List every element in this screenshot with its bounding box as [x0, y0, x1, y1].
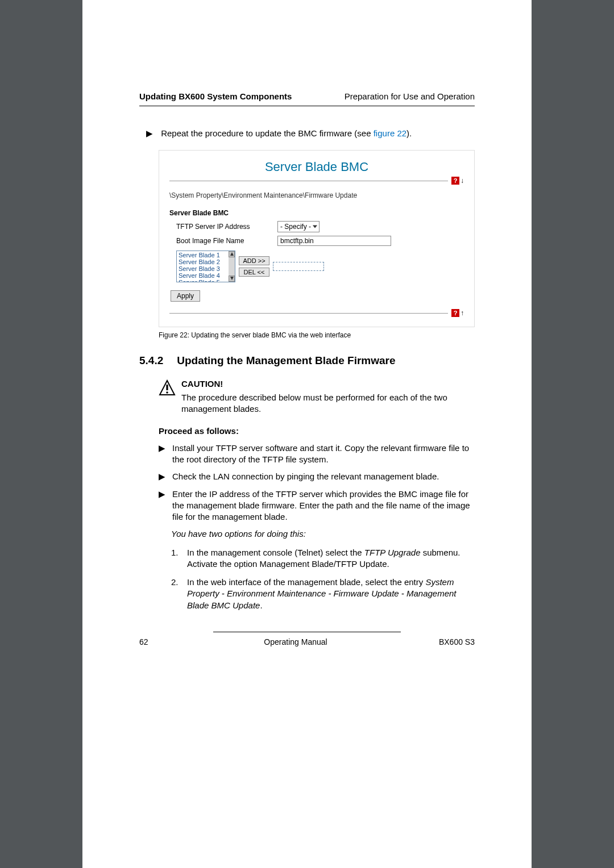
figure-caption: Figure 22: Updating the server blade BMC…	[159, 331, 475, 340]
list-item[interactable]: Server Blade 3	[177, 265, 234, 272]
scroll-up-icon[interactable]	[229, 251, 235, 257]
section-heading: 5.4.2 Updating the Management Blade Firm…	[139, 353, 475, 368]
caution-body: The procedure described below must be pe…	[181, 392, 475, 415]
available-blades-listbox[interactable]: Server Blade 1 Server Blade 2 Server Bla…	[176, 251, 235, 282]
list-item: ▶ Install your TFTP server software and …	[159, 443, 475, 466]
intro-text-b: ).	[406, 128, 412, 138]
listbox-scrollbar[interactable]	[229, 251, 235, 282]
options-list: 1. In the management console (Telnet) se…	[171, 547, 475, 611]
footer-right: BX600 S3	[418, 637, 475, 648]
file-name-input[interactable]	[277, 236, 391, 246]
intro-text-a: Repeat the procedure to update the BMC f…	[161, 128, 374, 138]
ip-label: TFTP Server IP Address	[169, 222, 277, 231]
list-item[interactable]: Server Blade 5	[177, 279, 234, 282]
selected-blades-listbox[interactable]	[273, 262, 324, 271]
options-lead: You have two options for doing this:	[171, 528, 475, 540]
arrow-down-icon: ↓	[460, 176, 464, 185]
figure-bottom-rule: ? ↑	[169, 308, 464, 318]
header-right: Preparation for Use and Operation	[345, 91, 475, 102]
footer-rule	[213, 632, 401, 632]
add-button[interactable]: ADD >>	[239, 256, 269, 265]
list-item: 2. In the web interface of the managemen…	[171, 577, 475, 611]
document-page: Updating BX600 System Components Prepara…	[82, 0, 532, 868]
list-item: ▶ Enter the IP address of the TFTP serve…	[159, 489, 475, 523]
ip-select[interactable]: - Specify -	[277, 221, 320, 232]
breadcrumb: \System Property\Environment Maintenance…	[169, 191, 464, 200]
step-text: Install your TFTP server software and st…	[172, 443, 475, 466]
proceed-heading: Proceed as follows:	[159, 425, 475, 437]
caution-icon	[159, 379, 176, 415]
section-title: Updating the Management Blade Firmware	[177, 353, 395, 368]
step-text: Enter the IP address of the TFTP server …	[172, 489, 475, 523]
svg-marker-1	[230, 277, 234, 280]
figure-top-rule: ? ↓	[169, 176, 464, 185]
caution-label: CAUTION!	[181, 378, 475, 390]
apply-button[interactable]: Apply	[171, 290, 200, 302]
figure-title: Server Blade BMC	[169, 158, 464, 176]
bullet-triangle-icon: ▶	[146, 128, 159, 139]
help-icon: ?	[451, 309, 459, 317]
arrow-up-icon: ↑	[460, 308, 464, 318]
list-item[interactable]: Server Blade 4	[177, 272, 234, 279]
running-header: Updating BX600 System Components Prepara…	[139, 91, 475, 106]
figure-frame: Server Blade BMC ? ↓ \System Property\En…	[159, 150, 475, 328]
scroll-down-icon[interactable]	[229, 276, 235, 282]
help-badge-top[interactable]: ? ↓	[451, 176, 464, 185]
list-item: ▶ Check the LAN connection by pinging th…	[159, 471, 475, 482]
svg-marker-0	[230, 252, 234, 256]
picker-button-column: ADD >> DEL <<	[239, 256, 269, 277]
list-number: 1.	[171, 547, 181, 570]
bullet-triangle-icon: ▶	[159, 471, 165, 482]
help-icon: ?	[451, 177, 459, 185]
page-footer: 62 Operating Manual BX600 S3	[139, 632, 475, 648]
bullet-triangle-icon: ▶	[159, 489, 165, 523]
option-1-text: In the management console (Telnet) selec…	[187, 547, 475, 570]
procedure-list: ▶ Install your TFTP server software and …	[159, 443, 475, 523]
file-row: Boot Image File Name	[169, 236, 464, 246]
del-button[interactable]: DEL <<	[239, 268, 269, 277]
bullet-triangle-icon: ▶	[159, 443, 165, 466]
header-left: Updating BX600 System Components	[139, 91, 292, 102]
dual-list-picker: Server Blade 1 Server Blade 2 Server Bla…	[176, 251, 464, 282]
section-number: 5.4.2	[139, 353, 163, 368]
step-text: Check the LAN connection by pinging the …	[172, 471, 439, 482]
figure-crossref-link[interactable]: figure 22	[374, 128, 406, 138]
help-badge-bottom[interactable]: ? ↑	[451, 308, 464, 318]
caution-block: CAUTION! The procedure described below m…	[159, 378, 475, 415]
option-2-text: In the web interface of the management b…	[187, 577, 475, 611]
figure-section-label: Server Blade BMC	[169, 208, 464, 218]
svg-point-4	[166, 391, 168, 394]
caution-text: CAUTION! The procedure described below m…	[181, 378, 475, 415]
tftp-upgrade-menu-name: TFTP Upgrade	[364, 548, 421, 557]
page-number: 62	[139, 637, 173, 648]
list-number: 2.	[171, 577, 181, 611]
svg-rect-3	[166, 385, 168, 390]
ip-row: TFTP Server IP Address - Specify -	[169, 221, 464, 232]
footer-center: Operating Manual	[173, 637, 418, 648]
file-label: Boot Image File Name	[169, 236, 277, 245]
intro-paragraph: ▶ Repeat the procedure to update the BMC…	[159, 128, 475, 139]
list-item[interactable]: Server Blade 1	[177, 252, 234, 258]
list-item[interactable]: Server Blade 2	[177, 258, 234, 265]
list-item: 1. In the management console (Telnet) se…	[171, 547, 475, 570]
